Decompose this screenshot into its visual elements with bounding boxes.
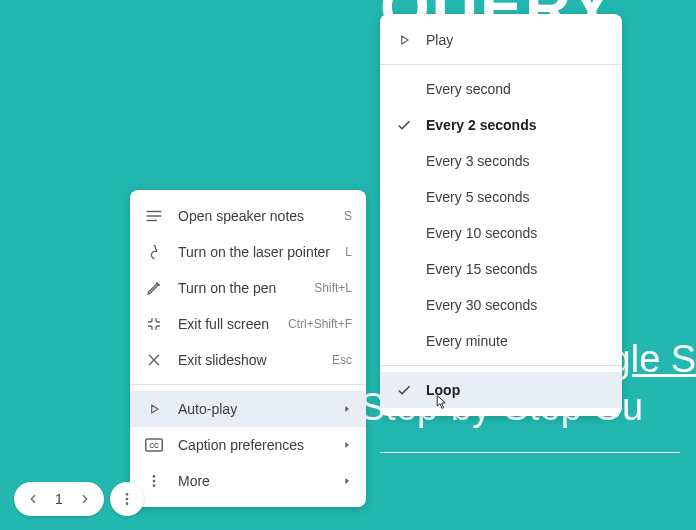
svg-point-2 bbox=[153, 475, 156, 478]
menu-more[interactable]: More bbox=[130, 463, 366, 499]
menu-exit-fullscreen[interactable]: Exit full screen Ctrl+Shift+F bbox=[130, 306, 366, 342]
check-placeholder bbox=[394, 295, 414, 315]
menu-item-label: Auto-play bbox=[178, 401, 336, 417]
menu-item-shortcut: Esc bbox=[332, 353, 352, 367]
submenu-loop-label: Loop bbox=[426, 382, 608, 398]
submenu-interval-2[interactable]: Every 3 seconds bbox=[380, 143, 622, 179]
menu-captions[interactable]: CC Caption preferences bbox=[130, 427, 366, 463]
menu-laser-pointer[interactable]: Turn on the laser pointer L bbox=[130, 234, 366, 270]
cc-icon: CC bbox=[144, 435, 164, 455]
submenu-interval-label: Every 2 seconds bbox=[426, 117, 608, 133]
slide-pager: 1 bbox=[14, 482, 104, 516]
submenu-play-label: Play bbox=[426, 32, 608, 48]
submenu-divider bbox=[380, 365, 622, 366]
chevron-right-icon bbox=[342, 476, 352, 486]
presentation-context-menu: Open speaker notes S Turn on the laser p… bbox=[130, 190, 366, 507]
svg-point-7 bbox=[126, 502, 129, 505]
menu-item-label: Exit full screen bbox=[178, 316, 288, 332]
submenu-interval-label: Every 15 seconds bbox=[426, 261, 608, 277]
menu-pen[interactable]: Turn on the pen Shift+L bbox=[130, 270, 366, 306]
menu-divider bbox=[130, 384, 366, 385]
close-icon bbox=[144, 350, 164, 370]
menu-item-label: Exit slideshow bbox=[178, 352, 332, 368]
submenu-interval-label: Every minute bbox=[426, 333, 608, 349]
menu-exit-slideshow[interactable]: Exit slideshow Esc bbox=[130, 342, 366, 378]
check-placeholder bbox=[394, 151, 414, 171]
submenu-interval-label: Every 5 seconds bbox=[426, 189, 608, 205]
options-menu-button[interactable] bbox=[110, 482, 144, 516]
svg-point-6 bbox=[126, 498, 129, 501]
menu-autoplay[interactable]: Auto-play bbox=[130, 391, 366, 427]
menu-item-shortcut: S bbox=[344, 209, 352, 223]
menu-item-label: Open speaker notes bbox=[178, 208, 344, 224]
check-icon bbox=[394, 380, 414, 400]
slide-divider-line bbox=[380, 452, 680, 453]
current-slide-number[interactable]: 1 bbox=[46, 491, 72, 507]
submenu-play[interactable]: Play bbox=[380, 22, 622, 58]
submenu-interval-label: Every 10 seconds bbox=[426, 225, 608, 241]
svg-point-3 bbox=[153, 480, 156, 483]
autoplay-submenu: Play Every second Every 2 seconds Every … bbox=[380, 14, 622, 416]
submenu-interval-label: Every 3 seconds bbox=[426, 153, 608, 169]
submenu-interval-1[interactable]: Every 2 seconds bbox=[380, 107, 622, 143]
menu-item-label: Turn on the pen bbox=[178, 280, 314, 296]
next-slide-button[interactable] bbox=[72, 486, 98, 512]
pen-icon bbox=[144, 278, 164, 298]
play-icon bbox=[394, 30, 414, 50]
submenu-interval-5[interactable]: Every 15 seconds bbox=[380, 251, 622, 287]
submenu-interval-4[interactable]: Every 10 seconds bbox=[380, 215, 622, 251]
chevron-right-icon bbox=[342, 404, 352, 414]
svg-text:CC: CC bbox=[149, 442, 159, 449]
check-placeholder bbox=[394, 187, 414, 207]
submenu-interval-3[interactable]: Every 5 seconds bbox=[380, 179, 622, 215]
presentation-controls: 1 bbox=[14, 482, 144, 516]
more-vertical-icon bbox=[144, 471, 164, 491]
menu-item-label: More bbox=[178, 473, 336, 489]
submenu-interval-6[interactable]: Every 30 seconds bbox=[380, 287, 622, 323]
submenu-interval-label: Every 30 seconds bbox=[426, 297, 608, 313]
chevron-right-icon bbox=[342, 440, 352, 450]
menu-item-label: Turn on the laser pointer bbox=[178, 244, 345, 260]
check-placeholder bbox=[394, 259, 414, 279]
check-placeholder bbox=[394, 79, 414, 99]
play-icon bbox=[144, 399, 164, 419]
check-placeholder bbox=[394, 331, 414, 351]
submenu-interval-7[interactable]: Every minute bbox=[380, 323, 622, 359]
submenu-interval-0[interactable]: Every second bbox=[380, 71, 622, 107]
exit-fullscreen-icon bbox=[144, 314, 164, 334]
submenu-loop[interactable]: Loop bbox=[380, 372, 622, 408]
svg-point-4 bbox=[153, 484, 156, 487]
menu-item-shortcut: Ctrl+Shift+F bbox=[288, 317, 352, 331]
notes-icon bbox=[144, 206, 164, 226]
laser-icon bbox=[144, 242, 164, 262]
submenu-divider bbox=[380, 64, 622, 65]
submenu-interval-label: Every second bbox=[426, 81, 608, 97]
menu-item-shortcut: Shift+L bbox=[314, 281, 352, 295]
check-placeholder bbox=[394, 223, 414, 243]
check-icon bbox=[394, 115, 414, 135]
svg-point-5 bbox=[126, 493, 129, 496]
prev-slide-button[interactable] bbox=[20, 486, 46, 512]
menu-speaker-notes[interactable]: Open speaker notes S bbox=[130, 198, 366, 234]
menu-item-shortcut: L bbox=[345, 245, 352, 259]
menu-item-label: Caption preferences bbox=[178, 437, 336, 453]
